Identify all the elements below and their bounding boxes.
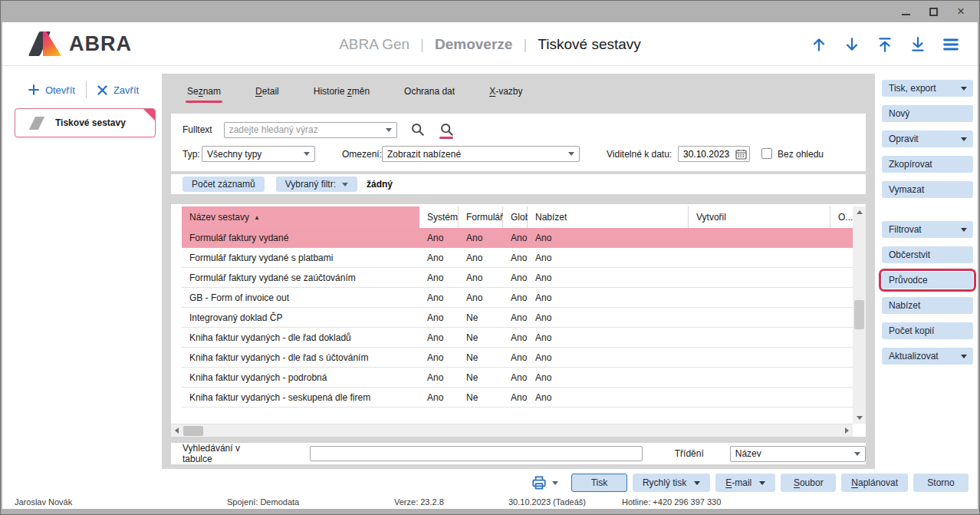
table-row[interactable]: Formulář faktury vydané s platbami Ano A… <box>182 248 853 268</box>
column-header-nazev[interactable]: Název sestavy ▲ <box>182 206 419 228</box>
table-row[interactable]: Integrovaný doklad ČP Ano Ne Ano Ano <box>182 308 853 328</box>
tab[interactable]: Historie změn <box>314 83 370 101</box>
chevron-down-icon <box>342 183 348 187</box>
visible-date-input[interactable]: 30.10.2023 <box>678 146 750 162</box>
search-button[interactable] <box>409 120 426 139</box>
column-header-nabizet[interactable]: Nabízet <box>528 206 689 228</box>
status-hotline: Hotline: +420 296 397 330 <box>622 497 721 507</box>
table-row[interactable]: Kniha faktur vydaných - dle řad s účtová… <box>182 348 853 368</box>
action-button[interactable]: Počet kopií <box>882 322 973 339</box>
record-navigation <box>809 22 961 66</box>
toolbar-button[interactable]: E-mail <box>715 474 775 492</box>
active-corner-badge <box>143 109 155 120</box>
table-row[interactable]: Kniha faktur vydaných - dle řad dokladů … <box>182 328 853 348</box>
toolbar-button[interactable]: Tisk <box>571 474 627 492</box>
close-agenda-button[interactable]: Zavřít <box>97 84 139 96</box>
main-panel: Seznam Detail Historie změn Ochrana dat … <box>162 74 875 470</box>
arrow-down-icon[interactable] <box>842 35 862 54</box>
record-count-button[interactable]: Počet záznamů <box>183 177 265 192</box>
table-body: Formulář faktury vydané Ano Ano Ano Ano … <box>182 228 853 408</box>
horizontal-scrollbar-thumb[interactable] <box>183 426 203 436</box>
maximize-button[interactable] <box>927 5 939 18</box>
sort-asc-icon: ▲ <box>254 214 260 221</box>
tab[interactable]: Ochrana dat <box>404 83 455 101</box>
scroll-left-icon[interactable] <box>171 424 183 437</box>
table-row[interactable]: GB - Form of invoice out Ano Ano Ano Ano <box>182 288 853 308</box>
printer-menu-button[interactable] <box>531 474 558 491</box>
restriction-select[interactable]: Zobrazit nabízené <box>382 146 580 162</box>
tab-bar: Seznam Detail Historie změn Ochrana dat … <box>187 74 522 111</box>
action-button[interactable]: Nový <box>882 105 973 122</box>
selected-filter-button[interactable]: Vybraný filtr: <box>276 177 357 192</box>
status-connection: Spojení: Demodata <box>227 497 299 507</box>
toolbar-button[interactable]: Soubor <box>781 474 836 492</box>
close-icon: × <box>957 5 965 18</box>
tab[interactable]: Seznam <box>187 83 221 101</box>
view-actions-group: Filtrovat Občerstvit Průvodce Nabízet Po… <box>882 221 973 365</box>
fulltext-search-button[interactable] <box>439 120 455 139</box>
table-row[interactable]: Kniha faktur vydaných - podrobná Ano Ne … <box>182 368 853 388</box>
table-row[interactable]: Formulář faktury vydané se zaúčtováním A… <box>182 268 853 288</box>
action-button[interactable]: Průvodce <box>882 272 973 289</box>
maximize-icon <box>929 8 938 16</box>
open-agenda-tab[interactable]: Tiskové sestavy <box>15 108 156 137</box>
column-header-glob[interactable]: Glob... <box>503 206 528 228</box>
scroll-down-icon[interactable] <box>853 412 866 424</box>
vertical-scrollbar-thumb[interactable] <box>854 300 864 329</box>
sort-select[interactable]: Název <box>730 446 866 462</box>
bez-ohledu-checkbox[interactable] <box>761 148 772 159</box>
vertical-scrollbar[interactable] <box>853 206 866 424</box>
chevron-down-icon <box>552 481 558 485</box>
action-button[interactable]: Nabízet <box>882 297 973 314</box>
toolbar-button[interactable]: Storno <box>913 474 968 492</box>
table-search-row: Vyhledávání v tabulce Třídění Název <box>171 443 866 464</box>
left-sidebar: Otevřít Zavřít Tiskové sestavy <box>2 66 162 469</box>
search-icon <box>411 123 425 137</box>
arrow-last-icon[interactable] <box>908 35 928 54</box>
action-button[interactable]: Opravit <box>882 130 973 147</box>
action-button[interactable]: Tisk, export <box>882 80 973 97</box>
column-header-o[interactable]: O... <box>830 206 853 228</box>
fulltext-combo[interactable] <box>224 122 397 138</box>
tab[interactable]: Detail <box>255 83 279 101</box>
fulltext-input[interactable] <box>229 124 381 135</box>
action-button[interactable]: Občerstvit <box>882 246 973 263</box>
active-tab-underline <box>186 101 222 103</box>
app-frame: ABRA ABRA Gen | Demoverze | Tiskové sest… <box>2 22 978 509</box>
scroll-up-icon[interactable] <box>853 206 866 218</box>
action-button[interactable]: Zkopírovat <box>882 156 973 173</box>
open-agenda-button[interactable]: Otevřít <box>28 84 75 96</box>
environment-name: Demoverze <box>435 36 512 53</box>
chevron-down-icon <box>568 152 574 156</box>
scroll-right-icon[interactable] <box>841 424 853 437</box>
calendar-button[interactable] <box>735 149 747 160</box>
minimize-button[interactable] <box>899 5 912 18</box>
action-button[interactable]: Aktualizovat <box>882 348 973 365</box>
status-version: Verze: 23.2.8 <box>394 497 444 507</box>
reports-table: Název sestavy ▲ Systém... Formulář Glob.… <box>171 204 866 437</box>
table-row[interactable]: Formulář faktury vydané Ano Ano Ano Ano <box>182 228 853 248</box>
table-row[interactable]: Kniha faktur vydaných - seskupená dle fi… <box>182 388 853 408</box>
table-header: Název sestavy ▲ Systém... Formulář Glob.… <box>182 206 853 228</box>
chevron-down-icon <box>961 137 967 141</box>
hamburger-menu-icon[interactable] <box>941 35 961 54</box>
column-header-system[interactable]: Systém... <box>419 206 459 228</box>
column-header-formular[interactable]: Formulář <box>459 206 503 228</box>
column-header-vytvoril[interactable]: Vytvořil <box>689 206 830 228</box>
arrow-first-icon[interactable] <box>875 35 895 54</box>
toolbar-button[interactable]: Rychlý tisk <box>633 474 710 492</box>
status-user: Jaroslav Novák <box>15 497 72 507</box>
close-button[interactable]: × <box>955 5 967 18</box>
printer-icon <box>531 474 548 491</box>
action-button[interactable]: Vymazat <box>882 181 973 198</box>
x-icon <box>97 85 107 95</box>
page-title: Tiskové sestavy <box>538 36 640 53</box>
arrow-up-icon[interactable] <box>809 35 829 54</box>
tab[interactable]: X-vazby <box>489 83 522 101</box>
action-button[interactable]: Filtrovat <box>882 221 973 238</box>
table-search-input[interactable] <box>310 446 643 461</box>
toolbar-button[interactable]: Naplánovat <box>841 474 908 492</box>
window-controls: × <box>899 5 967 18</box>
horizontal-scrollbar[interactable] <box>171 424 853 437</box>
type-select[interactable]: Všechny typy <box>202 146 315 162</box>
